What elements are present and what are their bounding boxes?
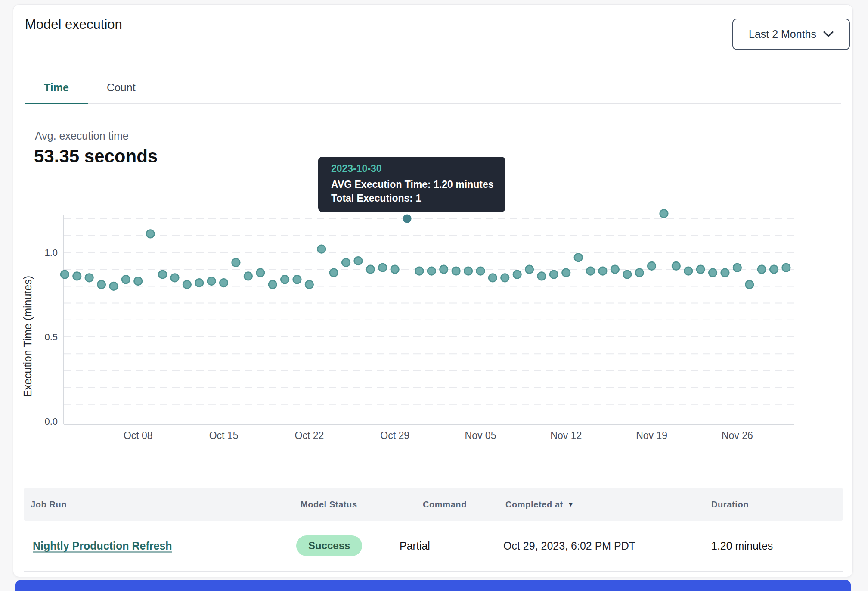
y-tick-label: 0.5 (44, 332, 58, 342)
data-point[interactable] (379, 264, 387, 272)
page-title: Model execution (25, 17, 122, 32)
chart-tooltip: 2023-10-30 AVG Execution Time: 1.20 minu… (318, 157, 505, 212)
data-point[interactable] (61, 271, 69, 279)
data-point[interactable] (452, 267, 460, 275)
tooltip-date: 2023-10-30 (331, 163, 493, 174)
data-point[interactable] (330, 269, 338, 277)
tab-count[interactable]: Count (88, 81, 155, 103)
data-point[interactable] (183, 280, 191, 289)
x-tick-label: Nov 12 (550, 430, 582, 441)
table-row: Nightly Production Refresh Success Parti… (24, 521, 843, 572)
data-point[interactable] (685, 267, 693, 275)
data-point[interactable] (281, 275, 289, 283)
tooltip-avg-line: AVG Execution Time: 1.20 minutes (331, 177, 493, 191)
data-point[interactable] (697, 265, 705, 274)
data-point[interactable] (721, 269, 729, 277)
data-point[interactable] (122, 275, 130, 283)
metric-label: Avg. execution time (35, 130, 129, 142)
data-point[interactable] (305, 280, 313, 289)
x-tick-label: Oct 29 (380, 430, 409, 441)
date-range-label: Last 2 Months (749, 28, 816, 40)
column-header-completed-at[interactable]: Completed at▼ (505, 500, 574, 510)
completed-at-label: Completed at (505, 500, 563, 509)
data-point[interactable] (391, 265, 399, 274)
data-point[interactable] (513, 271, 521, 279)
job-run-link[interactable]: Nightly Production Refresh (33, 540, 172, 552)
x-tick-label: Nov 19 (636, 430, 667, 441)
data-point[interactable] (501, 274, 509, 282)
y-tick-label: 0.0 (44, 416, 58, 427)
data-point[interactable] (293, 275, 301, 283)
data-point[interactable] (257, 269, 265, 277)
execution-time-scatter-chart[interactable]: 0.00.51.0Oct 08Oct 15Oct 22Oct 29Nov 05N… (22, 199, 818, 448)
data-point[interactable] (464, 267, 472, 275)
data-point[interactable] (672, 262, 680, 270)
x-tick-label: Nov 26 (722, 430, 753, 441)
command-cell: Partial (400, 540, 430, 552)
data-point[interactable] (171, 274, 179, 282)
data-point[interactable] (611, 265, 619, 274)
date-range-selector[interactable]: Last 2 Months (732, 19, 850, 50)
x-tick-label: Oct 22 (295, 430, 324, 441)
data-point[interactable] (220, 279, 228, 287)
data-point[interactable] (489, 274, 497, 282)
data-point[interactable] (354, 257, 363, 265)
data-point[interactable] (574, 254, 583, 262)
data-point[interactable] (195, 279, 204, 287)
data-point[interactable] (623, 271, 632, 279)
data-point[interactable] (733, 264, 741, 272)
x-tick-label: Oct 15 (209, 430, 239, 441)
y-tick-label: 1.0 (44, 247, 58, 258)
data-point[interactable] (586, 267, 595, 275)
data-point[interactable] (636, 269, 644, 277)
highlighted-data-point[interactable] (403, 215, 412, 223)
data-point[interactable] (318, 245, 326, 253)
status-badge: Success (296, 535, 362, 556)
tab-time[interactable]: Time (25, 81, 88, 103)
data-point[interactable] (525, 265, 533, 274)
x-tick-label: Oct 08 (124, 430, 153, 441)
data-point[interactable] (97, 280, 105, 289)
duration-cell: 1.20 minutes (711, 540, 773, 552)
data-point[interactable] (342, 258, 350, 267)
column-header-duration[interactable]: Duration (711, 500, 749, 510)
y-axis-title: Execution Time (minutes) (22, 276, 34, 397)
data-point[interactable] (660, 210, 668, 218)
column-header-model-status[interactable]: Model Status (301, 500, 357, 510)
data-point[interactable] (758, 265, 766, 274)
data-point[interactable] (782, 264, 790, 272)
data-point[interactable] (208, 277, 216, 285)
data-point[interactable] (73, 272, 81, 280)
data-point[interactable] (477, 267, 485, 275)
data-point[interactable] (110, 282, 118, 290)
bottom-blue-bar (16, 580, 851, 591)
data-point[interactable] (538, 272, 546, 280)
data-point[interactable] (415, 267, 424, 275)
data-point[interactable] (550, 271, 558, 279)
data-point[interactable] (134, 277, 143, 285)
data-point[interactable] (428, 267, 436, 275)
data-point[interactable] (648, 262, 656, 270)
model-execution-card: Model execution Last 2 Months Time Count… (13, 4, 853, 577)
completed-at-cell: Oct 29, 2023, 6:02 PM PDT (503, 540, 636, 552)
chevron-down-icon (823, 31, 834, 37)
table-header: Job Run Model Status Command Completed a… (24, 488, 843, 521)
data-point[interactable] (269, 280, 277, 289)
metric-value: 53.35 seconds (34, 146, 158, 167)
data-point[interactable] (366, 265, 375, 274)
column-header-job-run[interactable]: Job Run (31, 500, 67, 510)
data-point[interactable] (770, 265, 778, 274)
data-point[interactable] (440, 265, 448, 274)
x-tick-label: Nov 05 (465, 430, 496, 441)
data-point[interactable] (599, 267, 607, 275)
data-point[interactable] (746, 280, 754, 289)
data-point[interactable] (232, 258, 240, 267)
data-point[interactable] (146, 230, 155, 238)
data-point[interactable] (158, 271, 167, 279)
data-point[interactable] (562, 269, 570, 277)
tooltip-total-line: Total Executions: 1 (331, 191, 493, 205)
data-point[interactable] (709, 269, 717, 277)
data-point[interactable] (85, 274, 93, 282)
data-point[interactable] (244, 272, 252, 280)
column-header-command[interactable]: Command (423, 500, 467, 510)
